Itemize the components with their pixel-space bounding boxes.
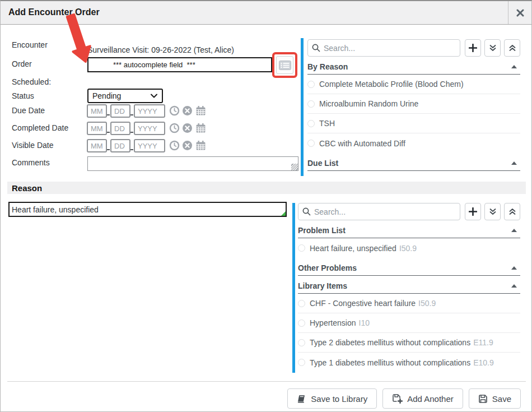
radio-icon[interactable] (307, 100, 315, 108)
due-date-time-button[interactable] (169, 105, 180, 116)
save-icon (478, 394, 488, 404)
add-another-button[interactable]: Add Another (382, 388, 463, 409)
clock-icon (169, 140, 180, 151)
add-another-label: Add Another (407, 394, 454, 404)
collapse-caret-icon (511, 229, 517, 232)
order-label: Order (12, 59, 32, 68)
completed-date-year-input[interactable] (134, 122, 165, 135)
section-label: By Reason (307, 62, 348, 71)
reason-option-label: CHF - Congestive heart failure (310, 299, 416, 308)
encounter-label: Encounter (12, 40, 48, 49)
reason-option[interactable]: CHF - Congestive heart failure I50.9 (298, 294, 520, 313)
reason-option-label: Heart failure, unspecified (310, 244, 396, 253)
orders-expand-all-button[interactable] (484, 39, 501, 57)
orders-collapse-all-button[interactable] (504, 39, 520, 57)
visible-date-month-input[interactable] (87, 139, 107, 152)
visible-date-clear-button[interactable] (182, 140, 193, 151)
order-option[interactable]: Complete Metabolic Profile (Blood Chem) (307, 75, 520, 94)
order-autocomplete-input[interactable] (87, 57, 272, 72)
search-icon (312, 44, 320, 52)
save-plus-icon (392, 394, 403, 404)
plus-icon (469, 207, 477, 216)
order-option[interactable]: Microalbumin Random Urine (307, 94, 520, 114)
section-header-library-items[interactable]: Library Items (298, 276, 520, 294)
completed-date-month-input[interactable] (87, 122, 107, 135)
reason-option[interactable]: Type 1 diabetes mellitus without complic… (298, 353, 520, 372)
save-to-library-button[interactable]: Save to Library (287, 388, 377, 409)
visible-date-calendar-button[interactable] (195, 140, 206, 151)
order-option[interactable]: TSH (307, 114, 520, 133)
reason-option-label: Hypertension (310, 318, 356, 327)
visible-date-year-input[interactable] (134, 139, 165, 152)
clear-circle-icon (182, 123, 193, 133)
collapse-caret-icon (511, 65, 517, 68)
status-select[interactable]: Pending (87, 89, 163, 103)
reason-option-label: Type 2 diabetes mellitus without complic… (310, 338, 470, 347)
reasons-collapse-all-button[interactable] (504, 203, 520, 220)
radio-icon[interactable] (298, 359, 305, 366)
date-separator (130, 149, 133, 150)
plus-icon (469, 44, 477, 52)
chevrons-up-icon (508, 44, 516, 52)
collapse-caret-icon (511, 266, 517, 270)
resize-handle[interactable] (291, 164, 298, 170)
order-option-label: CBC with Automated Diff (319, 139, 405, 148)
due-date-calendar-button[interactable] (195, 105, 206, 116)
completed-date-calendar-button[interactable] (195, 123, 206, 133)
reason-option[interactable]: Heart failure, unspecified I50.9 (298, 238, 520, 258)
radio-icon[interactable] (298, 300, 305, 307)
due-date-clear-button[interactable] (182, 105, 193, 116)
comments-field-wrap (87, 156, 298, 171)
radio-icon[interactable] (307, 120, 315, 127)
reason-option[interactable]: Type 2 diabetes mellitus without complic… (298, 333, 520, 353)
due-date-month-input[interactable] (87, 104, 107, 118)
chevrons-down-icon (489, 44, 497, 52)
section-label: Other Problems (298, 263, 357, 272)
orders-add-button[interactable] (465, 39, 481, 57)
save-button[interactable]: Save (469, 388, 521, 409)
reason-field-wrap (8, 202, 287, 217)
radio-icon[interactable] (298, 339, 305, 346)
order-option-label: TSH (319, 119, 335, 128)
list-icon (279, 61, 291, 70)
order-option[interactable]: CBC with Automated Diff (307, 133, 520, 153)
clock-icon (169, 123, 180, 133)
save-to-library-label: Save to Library (311, 394, 367, 404)
completed-date-label: Completed Date (12, 123, 68, 132)
completed-date-day-input[interactable] (110, 122, 130, 135)
reason-input[interactable] (10, 203, 286, 216)
chevron-down-icon (151, 94, 157, 98)
visible-date-day-input[interactable] (110, 139, 130, 152)
comments-input[interactable] (88, 157, 298, 170)
calendar-icon (195, 140, 206, 151)
section-label: Problem List (298, 226, 346, 235)
due-date-day-input[interactable] (110, 104, 130, 118)
order-lookup-button[interactable] (276, 56, 293, 74)
completed-date-clear-button[interactable] (182, 123, 193, 133)
reason-section-title: Reason (12, 183, 42, 193)
icd-code: I50.9 (399, 244, 417, 253)
section-header-by-reason[interactable]: By Reason (307, 57, 520, 75)
reasons-expand-all-button[interactable] (484, 203, 501, 220)
close-button[interactable] (508, 1, 531, 24)
radio-icon[interactable] (307, 81, 315, 88)
book-icon (297, 394, 306, 404)
dialog-title: Add Encounter Order (8, 7, 100, 17)
order-option-label: Microalbumin Random Urine (319, 99, 418, 108)
section-header-other-problems[interactable]: Other Problems (298, 258, 520, 276)
radio-icon[interactable] (307, 140, 315, 147)
reasons-add-button[interactable] (465, 203, 481, 220)
due-date-year-input[interactable] (134, 104, 165, 118)
clock-icon (169, 105, 180, 116)
visible-date-time-button[interactable] (169, 140, 180, 151)
reasons-search-input[interactable] (298, 203, 460, 220)
close-icon (516, 9, 524, 17)
completed-date-time-button[interactable] (169, 123, 180, 133)
radio-icon[interactable] (298, 320, 305, 327)
section-header-problem-list[interactable]: Problem List (298, 220, 520, 238)
orders-search-input[interactable] (307, 39, 460, 57)
add-encounter-order-dialog: Add Encounter Order Encounter Order Sche… (0, 0, 532, 412)
radio-icon[interactable] (298, 244, 305, 252)
section-header-due-list[interactable]: Due List (307, 153, 520, 171)
reason-option[interactable]: Hypertension I10 (298, 313, 520, 333)
